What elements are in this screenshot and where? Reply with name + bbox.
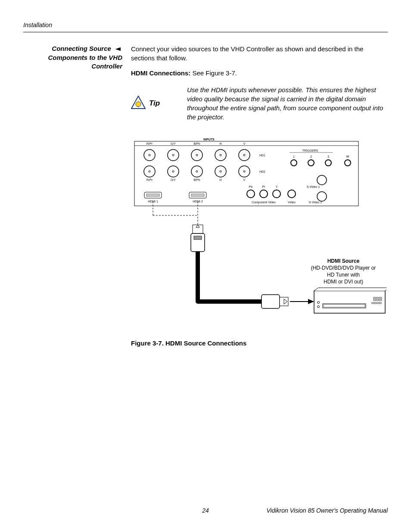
svg-marker-2 <box>115 47 121 51</box>
content-row: Connecting Source Components to the VHD … <box>23 44 388 348</box>
lbl-v-bot: V <box>243 178 246 181</box>
lbl-sv2: S-Video 2 <box>309 201 322 204</box>
svg-point-44 <box>317 175 327 185</box>
tip-icon <box>131 96 146 112</box>
svg-point-30 <box>243 171 245 172</box>
svg-rect-34 <box>191 194 204 196</box>
svg-point-36 <box>291 160 297 166</box>
svg-rect-68 <box>377 299 379 301</box>
lbl-rpr-top: R/Pr <box>146 142 153 145</box>
manual-name: Vidikron Vision 85 Owner's Operating Man… <box>266 507 388 514</box>
svg-rect-70 <box>372 302 374 304</box>
source-title: HDMI Source <box>327 258 360 264</box>
svg-point-18 <box>220 154 221 156</box>
lbl-bpb-bot: B/Pb <box>193 178 200 181</box>
svg-rect-72 <box>377 302 379 304</box>
svg-point-38 <box>325 160 331 166</box>
lbl-v-top: V <box>243 142 246 145</box>
lbl-t2: 2 <box>310 155 312 158</box>
svg-rect-71 <box>374 302 376 304</box>
svg-rect-54 <box>262 295 280 308</box>
lbl-pb: Pb <box>249 185 253 188</box>
svg-rect-59 <box>314 291 385 313</box>
lbl-rpr-bot: R/Pr <box>146 178 153 181</box>
svg-point-37 <box>308 160 314 166</box>
svg-point-14 <box>172 154 174 156</box>
svg-point-28 <box>220 171 221 172</box>
source-device <box>314 288 386 313</box>
svg-point-43 <box>288 190 296 198</box>
lbl-gy-top: G/Y <box>171 142 176 145</box>
svg-point-12 <box>149 154 150 156</box>
hdmi-connector-bottom <box>262 295 288 308</box>
chapter-header: Installation <box>23 22 388 28</box>
page-footer: 24 Vidikron Vision 85 Owner's Operating … <box>23 507 388 514</box>
svg-point-20 <box>243 154 245 156</box>
lbl-t3: 3 <box>327 155 329 158</box>
svg-point-40 <box>247 190 255 198</box>
arrow-icon <box>115 45 122 53</box>
lbl-hd2: HD2 <box>259 170 265 173</box>
section-title-line2: Components to the VHD <box>48 54 123 61</box>
svg-rect-66 <box>380 297 382 299</box>
svg-point-16 <box>196 154 198 156</box>
source-line3: HDMI or DVI out) <box>324 279 363 285</box>
tip-label: Tip <box>149 98 160 109</box>
svg-point-22 <box>149 171 150 172</box>
figure-caption: Figure 3-7. HDMI Source Connections <box>131 339 388 348</box>
svg-point-39 <box>345 160 351 166</box>
svg-rect-69 <box>380 299 382 301</box>
inputs-header: INPUTS <box>203 138 215 141</box>
section-title: Connecting Source <box>52 45 111 52</box>
section-title-line3: Controller <box>91 62 122 70</box>
lbl-pr: Pr <box>262 185 266 188</box>
tip-icon-wrap: Tip <box>131 96 187 112</box>
svg-point-26 <box>196 171 198 172</box>
lbl-compvid: Component Video <box>252 201 276 204</box>
tip-text: Use the HDMI inputs whenever possible. T… <box>187 85 388 121</box>
lbl-h-top: H <box>219 142 221 145</box>
lbl-y: Y <box>276 185 278 188</box>
tip-row: Tip Use the HDMI inputs whenever possibl… <box>131 85 388 121</box>
svg-point-41 <box>260 190 268 198</box>
lbl-triggers: TRIGGERS <box>302 149 318 152</box>
lbl-hd1: HD1 <box>259 154 265 157</box>
svg-point-61 <box>318 306 320 308</box>
header-rule <box>23 32 388 32</box>
lbl-gy-bot: G/Y <box>171 178 176 181</box>
svg-rect-5 <box>137 106 139 107</box>
svg-rect-73 <box>380 302 381 304</box>
source-line1: (HD-DVD/BD/DVD Player or <box>311 265 376 271</box>
svg-rect-67 <box>374 299 376 301</box>
svg-rect-52 <box>194 236 202 240</box>
svg-rect-65 <box>377 297 379 299</box>
lbl-bpb-top: B/Pb <box>193 142 200 145</box>
svg-point-42 <box>273 190 280 198</box>
figure-wrap: INPUTS R/Pr G/Y B/Pb H V HD1 <box>131 134 388 327</box>
svg-marker-58 <box>308 299 314 304</box>
svg-point-24 <box>172 171 174 172</box>
intro-paragraph: Connect your video sources to the VHD Co… <box>131 44 388 62</box>
main-column: Connect your video sources to the VHD Co… <box>126 44 388 348</box>
lbl-t1: 1 <box>293 155 295 158</box>
hdmi-diagram: INPUTS R/Pr G/Y B/Pb H V HD1 <box>132 134 386 327</box>
hdmi-label: HDMI Connections: <box>131 69 193 77</box>
svg-point-45 <box>317 192 327 201</box>
section-sidebar: Connecting Source Components to the VHD … <box>23 44 126 71</box>
lbl-h-bot: H <box>219 178 221 181</box>
svg-rect-63 <box>324 305 365 307</box>
svg-rect-64 <box>374 297 376 299</box>
hdmi-text: See Figure 3-7. <box>193 69 237 77</box>
source-line2: HD Tuner with <box>327 272 360 278</box>
hdmi-connector-top <box>191 225 205 252</box>
svg-rect-32 <box>146 194 159 196</box>
lbl-ir: IR <box>346 155 349 158</box>
lbl-video: Video <box>288 201 296 204</box>
hdmi-paragraph: HDMI Connections: See Figure 3-7. <box>131 68 388 78</box>
lbl-sv1: S-Video 1 <box>307 185 320 188</box>
svg-point-60 <box>318 302 320 304</box>
